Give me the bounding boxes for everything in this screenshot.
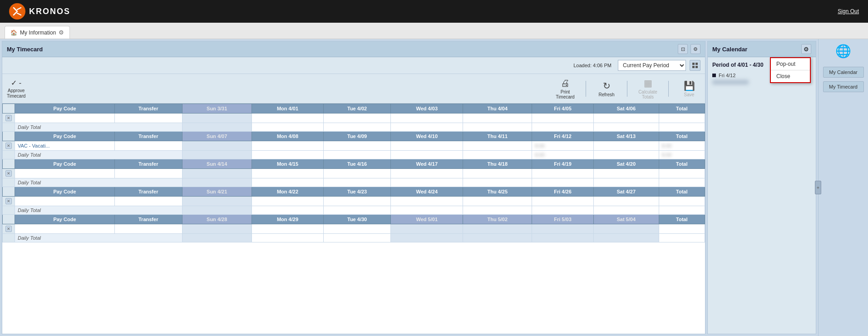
- daily-mon-5: [252, 234, 323, 242]
- row-fri-3[interactable]: [532, 169, 594, 178]
- row-fri-2[interactable]: 8.00: [532, 141, 594, 151]
- row-thu-4[interactable]: [463, 197, 532, 206]
- header-cell-blank-2: [3, 132, 15, 141]
- header-sun-414: Sun 4/14: [182, 159, 252, 169]
- daily-thu-5: [463, 234, 532, 242]
- row-thu-3[interactable]: [463, 169, 532, 178]
- daily-wed-4: [391, 206, 463, 215]
- daily-mon-2: [252, 151, 323, 159]
- sign-out-button[interactable]: Sign Out: [838, 8, 859, 15]
- row-paycode[interactable]: [15, 114, 115, 123]
- header-paycode-3: Pay Code: [15, 159, 115, 169]
- header-mon-415: Mon 4/15: [252, 159, 323, 169]
- row-thu[interactable]: [463, 114, 532, 123]
- row-mon-3[interactable]: [252, 169, 323, 178]
- grid-view-button[interactable]: [690, 60, 700, 71]
- row-mon-2[interactable]: [252, 141, 323, 151]
- expand-button[interactable]: +: [815, 181, 821, 194]
- row-tue[interactable]: [324, 114, 391, 123]
- header-paycode-4: Pay Code: [15, 187, 115, 197]
- daily-tue: [324, 123, 391, 132]
- svg-rect-2: [695, 63, 698, 65]
- row-tue-5[interactable]: [324, 224, 391, 234]
- row-fri[interactable]: [532, 114, 594, 123]
- row-ctrl: ✕: [3, 114, 15, 123]
- header-transfer-2: Transfer: [114, 132, 182, 141]
- row-sat-3[interactable]: [593, 169, 659, 178]
- header-fri-412: Fri 4/12: [532, 132, 594, 141]
- daily-sat-3: [593, 178, 659, 187]
- row-transfer[interactable]: [114, 114, 182, 123]
- row-transfer-3[interactable]: [114, 169, 182, 178]
- row-mon-5[interactable]: [252, 224, 323, 234]
- row-fri-4[interactable]: [532, 197, 594, 206]
- settings-button[interactable]: ⚙: [690, 44, 700, 54]
- row-tue-4[interactable]: [324, 197, 391, 206]
- approve-timecard-button[interactable]: ✓ - ApproveTimecard: [7, 79, 25, 99]
- refresh-icon: ↻: [603, 80, 611, 91]
- close-menu-item[interactable]: Close: [771, 70, 810, 82]
- row-mon[interactable]: [252, 114, 323, 123]
- row-delete-btn-4[interactable]: ✕: [5, 198, 12, 204]
- daily-wed: [391, 123, 463, 132]
- row-wed[interactable]: [391, 114, 463, 123]
- row-sun-3: [182, 169, 252, 178]
- row-paycode-4[interactable]: [15, 197, 115, 206]
- home-icon: 🏠: [10, 30, 17, 36]
- row-sun: [182, 114, 252, 123]
- row-transfer-4[interactable]: [114, 197, 182, 206]
- timecard-table-container: Pay Code Transfer Sun 3/31 Mon 4/01 Tue …: [2, 104, 705, 334]
- daily-tue-4: [324, 206, 391, 215]
- row-sat-2[interactable]: [593, 141, 659, 151]
- row-wed-4[interactable]: [391, 197, 463, 206]
- row-sat-4[interactable]: [593, 197, 659, 206]
- row-total-5: [659, 224, 705, 234]
- week-header-row: Pay Code Transfer Sun 4/14 Mon 4/15 Tue …: [3, 159, 705, 169]
- row-wed-3[interactable]: [391, 169, 463, 178]
- row-thu-2[interactable]: [463, 141, 532, 151]
- print-label: PrintTimecard: [556, 89, 574, 99]
- row-sun-2: [182, 141, 252, 151]
- row-delete-btn-3[interactable]: ✕: [5, 170, 12, 177]
- row-delete-btn-5[interactable]: ✕: [5, 226, 12, 232]
- table-row: ✕ VAC - Vacati... 8.00 8.00: [3, 141, 705, 151]
- daily-tue-2: [324, 151, 391, 159]
- row-delete-btn-2[interactable]: ✕: [5, 143, 12, 149]
- header-mon-401: Mon 4/01: [252, 104, 323, 114]
- row-paycode-2[interactable]: VAC - Vacati...: [15, 141, 115, 151]
- row-paycode-3[interactable]: [15, 169, 115, 178]
- row-sat[interactable]: [593, 114, 659, 123]
- row-paycode-5[interactable]: [15, 224, 115, 234]
- tab-gear-icon[interactable]: ⚙: [59, 29, 64, 36]
- daily-sat-2: [593, 151, 659, 159]
- popout-button[interactable]: ⊡: [678, 44, 688, 54]
- row-delete-btn[interactable]: ✕: [5, 115, 12, 121]
- daily-sat: [593, 123, 659, 132]
- row-ctrl-4: ✕: [3, 197, 15, 206]
- table-row: Daily Total: [3, 178, 705, 187]
- loaded-text: Loaded: 4:06 PM: [573, 63, 612, 68]
- my-timecard-nav-button[interactable]: My Timecard: [823, 81, 864, 92]
- calendar-gear-button[interactable]: ⚙ Pop-out Close: [801, 44, 811, 54]
- week-header-row: Pay Code Transfer Sun 4/07 Mon 4/08 Tue …: [3, 132, 705, 141]
- day-bullet: [712, 74, 716, 77]
- timecard-title: My Timecard: [7, 46, 43, 53]
- row-tue-3[interactable]: [324, 169, 391, 178]
- kronos-logo: KRONOS: [9, 3, 70, 20]
- my-calendar-nav-button[interactable]: My Calendar: [823, 67, 864, 78]
- popout-menu-item[interactable]: Pop-out: [771, 58, 810, 70]
- row-transfer-2[interactable]: [114, 141, 182, 151]
- header-sat-406: Sat 4/06: [593, 104, 659, 114]
- print-timecard-button[interactable]: 🖨 PrintTimecard: [554, 78, 577, 99]
- row-transfer-5[interactable]: [114, 224, 182, 234]
- my-information-tab[interactable]: 🏠 My Information ⚙: [5, 26, 70, 39]
- row-tue-2[interactable]: [324, 141, 391, 151]
- day-blurred-content: [712, 80, 749, 84]
- table-row: Daily Total: [3, 123, 705, 132]
- header-total-2: Total: [659, 132, 705, 141]
- row-mon-4[interactable]: [252, 197, 323, 206]
- header-transfer-4: Transfer: [114, 187, 182, 197]
- refresh-button[interactable]: ↻ Refresh: [595, 80, 618, 97]
- period-select[interactable]: Current Pay Period Previous Pay Period C…: [618, 60, 686, 71]
- row-wed-2[interactable]: [391, 141, 463, 151]
